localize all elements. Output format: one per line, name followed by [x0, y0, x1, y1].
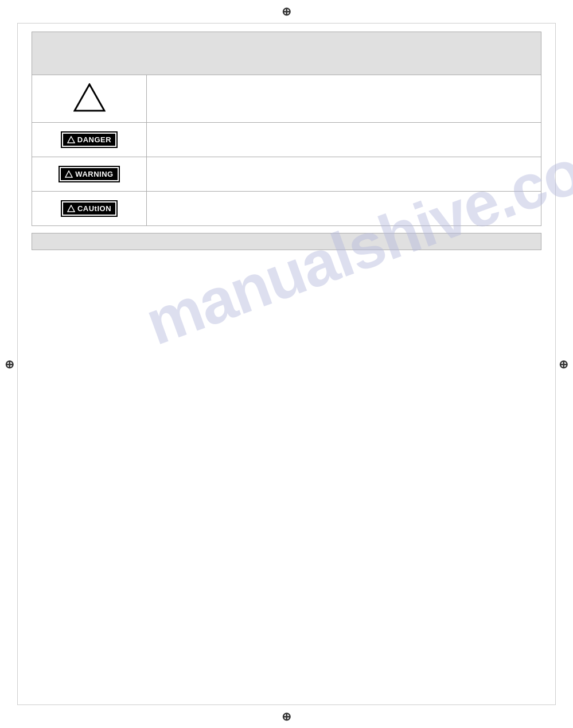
svg-marker-0: [75, 84, 104, 111]
svg-marker-2: [65, 171, 72, 177]
table-row: CAUtION: [32, 192, 541, 226]
second-section: [32, 233, 541, 250]
page-border-right: [555, 23, 556, 705]
warning-badge-cell: WARNING: [32, 157, 147, 192]
table-row: [32, 75, 541, 123]
reg-mark-left: ⊕: [5, 357, 14, 371]
svg-marker-3: [68, 205, 75, 212]
warning-label: WARNING: [75, 170, 113, 178]
plain-triangle-description: [147, 75, 541, 123]
table-row: WARNING: [32, 157, 541, 192]
danger-triangle-icon: [67, 136, 75, 143]
reg-mark-bottom: ⊕: [282, 710, 291, 723]
svg-marker-1: [68, 137, 75, 143]
warning-badge: WARNING: [60, 167, 118, 181]
reg-mark-top: ⊕: [282, 5, 291, 18]
table-row: DANGER: [32, 123, 541, 157]
reg-mark-right: ⊕: [559, 357, 568, 371]
caution-description: [147, 192, 541, 226]
caution-triangle-icon: [67, 205, 75, 212]
page-border-left: [17, 23, 18, 705]
triangle-plain-icon: [73, 83, 106, 114]
danger-badge-cell: DANGER: [32, 123, 147, 157]
danger-badge: DANGER: [62, 133, 116, 147]
warning-description: [147, 157, 541, 192]
caution-badge-cell: CAUtION: [32, 192, 147, 226]
main-content: DANGER WARNING: [32, 32, 541, 250]
warning-triangle-icon: [65, 170, 73, 178]
page-border-top: [17, 23, 556, 24]
danger-label: DANGER: [77, 135, 111, 144]
caution-label: CAUtION: [77, 204, 111, 213]
page-border-bottom: [17, 704, 556, 705]
caution-badge: CAUtION: [62, 201, 116, 216]
table-header-cell: [32, 32, 541, 75]
danger-description: [147, 123, 541, 157]
safety-table: DANGER WARNING: [32, 32, 541, 226]
plain-triangle-cell: [32, 75, 147, 123]
table-header-row: [32, 32, 541, 75]
